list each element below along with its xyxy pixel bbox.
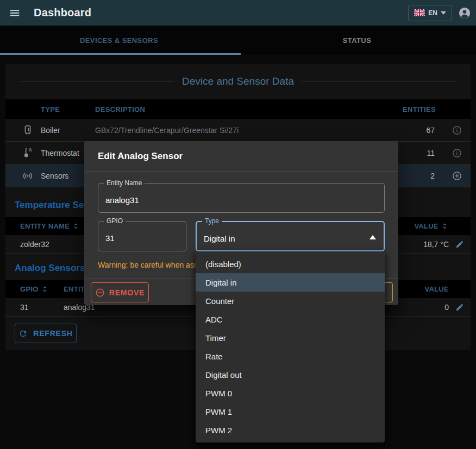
gpio-input[interactable]: 31: [105, 233, 115, 243]
option-disabled[interactable]: (disabled): [196, 255, 385, 273]
thermostat-icon: A: [15, 147, 41, 159]
device-entities-count: 67: [403, 126, 443, 135]
sort-icon: [41, 285, 49, 293]
gpio-field[interactable]: GPIO 31: [98, 221, 186, 251]
option-digital-out[interactable]: Digital out: [196, 365, 385, 384]
device-entities-count: 2: [403, 172, 443, 180]
sort-icon: [441, 222, 449, 230]
gpio-warning-text: Warning: be careful when assig: [98, 261, 204, 269]
dialog-title: Edit Analog Sensor: [98, 151, 183, 162]
entity-name-input[interactable]: analog31: [105, 195, 139, 205]
option-pwm-2[interactable]: PWM 2: [196, 421, 385, 439]
gpio-label: GPIO: [104, 217, 126, 225]
remove-circle-icon: [95, 288, 105, 298]
info-icon[interactable]: [443, 148, 471, 158]
option-adc[interactable]: ADC: [196, 310, 385, 328]
type-label: Type: [202, 217, 222, 225]
user-avatar-icon[interactable]: [459, 7, 471, 19]
refresh-icon: [18, 329, 28, 338]
tab-status[interactable]: STATUS: [238, 26, 476, 55]
option-timer[interactable]: Timer: [196, 328, 385, 347]
gpio-value: 31: [20, 303, 29, 312]
info-icon[interactable]: [443, 125, 471, 135]
col-value[interactable]: VALUE: [424, 285, 449, 293]
refresh-button[interactable]: REFRESH: [15, 324, 77, 343]
uk-flag-icon: [414, 9, 425, 16]
boiler-icon: [15, 124, 41, 136]
analog-sensors-heading: Analog Sensors: [15, 263, 85, 274]
section-title-row: Device and Sensor Data: [5, 74, 471, 89]
entity-name: zolder32: [20, 240, 49, 249]
page-title: Dashboard: [34, 7, 91, 19]
refresh-label: REFRESH: [33, 329, 73, 338]
sensors-icon: [15, 170, 41, 182]
type-dropdown-menu: (disabled) Digital in Counter ADC Timer …: [196, 251, 385, 442]
active-tab-indicator: [0, 53, 241, 55]
devices-table-header: TYPE DESCRIPTION ENTITIES: [5, 99, 471, 119]
tab-devices-sensors[interactable]: DEVICES & SENSORS: [0, 26, 238, 55]
type-select[interactable]: Type Digital in: [196, 221, 385, 251]
top-app-bar: Dashboard EN: [0, 0, 476, 26]
col-description: DESCRIPTION: [95, 105, 403, 113]
svg-text:A: A: [29, 148, 32, 153]
option-rate[interactable]: Rate: [196, 347, 385, 365]
remove-label: REMOVE: [109, 288, 145, 297]
edit-pencil-icon[interactable]: [449, 240, 471, 249]
device-entities-count: 11: [403, 149, 443, 157]
edit-pencil-icon[interactable]: [449, 303, 471, 312]
device-description: GBx72/Trendline/Cerapur/Greenstar Si/27i: [95, 126, 403, 135]
section-title: Device and Sensor Data: [174, 75, 302, 87]
dialog-header: Edit Analog Sensor: [84, 141, 398, 172]
sort-icon: [72, 222, 80, 230]
menu-icon[interactable]: [9, 7, 22, 20]
col-entity-name[interactable]: ENTITY NAME: [20, 222, 70, 230]
entity-name-label: Entity Name: [104, 179, 145, 187]
entity-name-field[interactable]: Entity Name analog31: [98, 183, 385, 213]
remove-button[interactable]: REMOVE: [91, 282, 149, 302]
col-type: TYPE: [41, 105, 95, 113]
option-counter[interactable]: Counter: [196, 292, 385, 310]
language-label: EN: [428, 9, 437, 17]
language-selector[interactable]: EN: [408, 5, 452, 21]
option-pwm-0[interactable]: PWM 0: [196, 384, 385, 402]
type-selected-value: Digital in: [204, 234, 235, 243]
add-circle-icon[interactable]: [443, 171, 471, 181]
tab-bar: DEVICES & SENSORS STATUS: [0, 26, 476, 55]
chevron-down-icon: [441, 11, 446, 15]
col-value[interactable]: VALUE: [414, 222, 439, 230]
device-type: Boiler: [41, 126, 95, 135]
col-entities: ENTITIES: [403, 105, 443, 113]
option-digital-in[interactable]: Digital in: [196, 273, 385, 292]
dropdown-arrow-up-icon: [369, 235, 376, 239]
option-pwm-1[interactable]: PWM 1: [196, 402, 385, 421]
table-row-boiler[interactable]: Boiler GBx72/Trendline/Cerapur/Greenstar…: [5, 119, 471, 142]
col-gpio[interactable]: GPIO: [20, 285, 39, 293]
screen: Dashboard EN: [0, 0, 476, 449]
